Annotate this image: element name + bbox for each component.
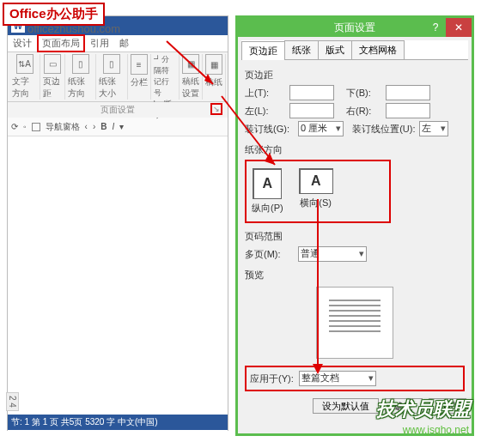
btn-grid2[interactable]: ▦稿纸 xyxy=(203,54,226,100)
orientation-section: 纸张方向 纵向(P) 横向(S) xyxy=(245,143,465,223)
right-input[interactable] xyxy=(386,103,430,118)
btn-margins[interactable]: ▭页边距 xyxy=(40,54,65,100)
tab-references[interactable]: 引用 xyxy=(85,37,114,50)
multi-page-select[interactable]: 普通 xyxy=(298,246,367,262)
margins-section: 页边距 上(T): 下(B): 左(L): 右(R): 装订线(G): 0 厘米… xyxy=(245,69,465,136)
bottom-input[interactable] xyxy=(386,85,430,100)
pages-section: 页码范围 多页(M): 普通 xyxy=(245,230,465,262)
tab-paper[interactable]: 纸张 xyxy=(284,40,319,59)
btn-grid1[interactable]: ▦稿纸 设置 xyxy=(180,54,203,100)
tab-mail[interactable]: 邮 xyxy=(114,37,134,50)
apply-to-row: 应用于(Y): 整篇文档 xyxy=(245,366,465,391)
orientation-landscape[interactable]: 横向(S) xyxy=(299,168,333,215)
orientation-portrait[interactable]: 纵向(P) xyxy=(252,168,283,215)
watermark-text: 技术员联盟 xyxy=(376,397,471,422)
btn-columns[interactable]: ≡分栏 xyxy=(128,54,151,100)
status-bar: 节: 1 第 1 页 共5页 5320 字 中文(中国) xyxy=(8,415,228,430)
gutter-input[interactable]: 0 厘米 xyxy=(298,121,344,136)
apply-to-select[interactable]: 整篇文档 xyxy=(299,371,376,386)
nav-pane-toggle[interactable]: 导航窗格 xyxy=(46,121,80,133)
help-button[interactable]: ? xyxy=(425,18,446,37)
tab-design[interactable]: 设计 xyxy=(8,37,37,50)
btn-orientation[interactable]: ▯纸张方向 xyxy=(65,54,96,100)
bold-button[interactable]: B xyxy=(100,122,107,131)
left-input[interactable] xyxy=(289,103,334,118)
tab-margins[interactable]: 页边距 xyxy=(241,41,285,60)
word-window: W 设计 页面布局 引用 邮 ⇅A文字方向 ▭页边距 ▯纸张方向 ▯纸张大小 ≡… xyxy=(7,15,228,431)
tab-grid[interactable]: 文档网格 xyxy=(351,40,405,59)
close-button[interactable]: ✕ xyxy=(446,18,472,37)
checkbox-icon[interactable] xyxy=(32,123,40,131)
preview-section: 预览 xyxy=(245,269,465,359)
watermark-url: www.jsgho.net xyxy=(403,424,469,436)
quick-toolbar[interactable]: ⟳◦ 导航窗格 ‹› B I ▾ xyxy=(8,118,228,136)
btn-size[interactable]: ▯纸张大小 xyxy=(96,54,127,100)
dialog-title: 页面设置 ? ✕ xyxy=(238,18,472,37)
ribbon-tabs[interactable]: 设计 页面布局 引用 邮 xyxy=(8,35,228,52)
tab-page-layout[interactable]: 页面布局 xyxy=(37,34,85,52)
preview-icon xyxy=(316,287,393,359)
ribbon: ⇅A文字方向 ▭页边距 ▯纸张方向 ▯纸张大小 ≡分栏 ┛分隔符 记行号 bc … xyxy=(8,52,228,102)
dialog-launcher[interactable]: ↘ xyxy=(210,103,222,115)
page-setup-dialog: 页面设置 ? ✕ 页边距 纸张 版式 文档网格 页边距 上(T): 下(B): … xyxy=(235,15,474,436)
btn-text-direction[interactable]: ⇅A文字方向 xyxy=(9,54,40,100)
small-buttons[interactable]: ┛分隔符 记行号 bc 断字 xyxy=(151,54,180,100)
dialog-tabs[interactable]: 页边距 纸张 版式 文档网格 xyxy=(241,40,468,60)
top-input[interactable] xyxy=(289,85,334,100)
page-thumb-label: 2 4 xyxy=(6,392,19,411)
site-badge: Office办公助手 xyxy=(3,3,105,26)
gutter-pos-select[interactable]: 左 xyxy=(419,121,448,136)
tab-layout[interactable]: 版式 xyxy=(318,40,352,59)
document-canvas[interactable] xyxy=(8,136,228,445)
ribbon-group-label: 页面设置 ↘ xyxy=(8,102,228,118)
default-button[interactable]: 设为默认值 xyxy=(313,398,379,414)
italic-button[interactable]: I xyxy=(112,122,114,131)
